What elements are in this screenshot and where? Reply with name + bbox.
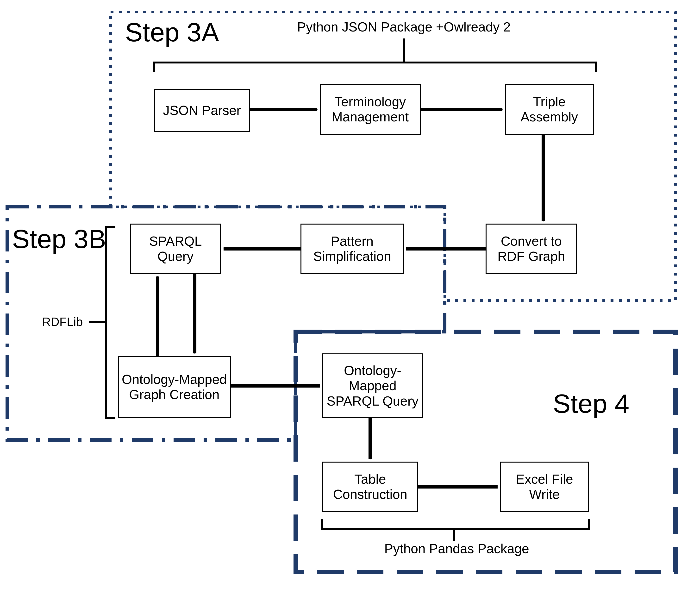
terminology-box: Terminology Management	[320, 84, 421, 135]
rdflib-label: RDFLib	[42, 315, 83, 329]
onto-sparql-box: Ontology-Mapped SPARQL Query	[322, 353, 423, 418]
pandas-label: Python Pandas Package	[373, 541, 541, 556]
top-bracket	[154, 39, 596, 72]
step-3a-label: Step 3A	[125, 17, 219, 47]
excel-write-box: Excel File Write	[500, 461, 589, 512]
top-package-label: Python JSON Package +Owlready 2	[296, 19, 512, 34]
step-3b-label: Step 3B	[12, 224, 106, 254]
pandas-bracket	[322, 519, 589, 541]
triple-assembly-box: Triple Assembly	[505, 84, 594, 135]
convert-rdf-box: Convert to RDF Graph	[485, 224, 577, 274]
rdflib-bracket	[89, 227, 116, 418]
onto-graph-box: Ontology-Mapped Graph Creation	[118, 356, 231, 418]
json-parser-box: JSON Parser	[154, 89, 250, 132]
step-4-label: Step 4	[553, 388, 629, 419]
diagram-canvas: Step 3A Step 3B Step 4 Python JSON Packa…	[0, 0, 700, 602]
sparql-query-box: SPARQL Query	[130, 224, 221, 274]
table-constr-box: Table Construction	[322, 461, 418, 512]
pattern-simpl-box: Pattern Simplification	[300, 224, 404, 274]
